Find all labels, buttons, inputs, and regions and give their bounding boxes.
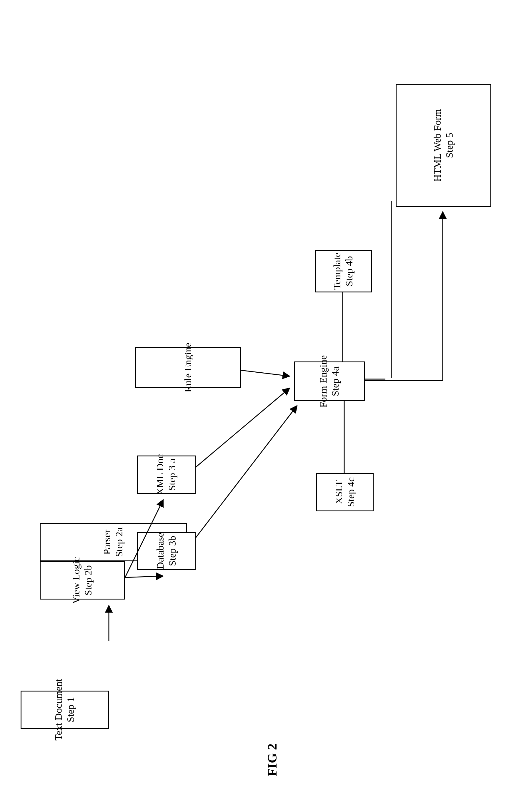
node-html-web-form: HTML Web Form Step 5: [396, 84, 491, 207]
node-database: Database Step 3b: [137, 532, 196, 570]
figure-label: FIG 2: [265, 743, 280, 776]
node-rule-engine: Rule Engine: [135, 347, 241, 388]
node-label: XML Doc: [154, 454, 165, 495]
node-label: XSLT: [333, 480, 344, 504]
edge-formengine-to-htmlwebform: [365, 212, 443, 380]
node-step: Step 2a: [114, 527, 124, 557]
node-xslt: XSLT Step 4c: [316, 473, 374, 511]
node-step: Step 3 a: [167, 459, 177, 491]
edge-xmldoc-to-formengine: [196, 388, 290, 467]
node-label: Template: [332, 252, 343, 289]
edge-viewlogic-to-database: [125, 576, 163, 578]
node-label: View Logic: [71, 557, 82, 604]
node-form-engine: Form Engine Step 4a: [294, 362, 365, 401]
node-label: Rule Engine: [183, 343, 194, 392]
node-label: HTML Web Form: [432, 109, 443, 182]
node-label: Form Engine: [318, 355, 329, 407]
node-xml-doc: XML Doc Step 3 a: [137, 455, 196, 494]
node-step: Step 4c: [345, 477, 356, 507]
node-label: Database: [154, 533, 165, 569]
node-template: Template Step 4b: [315, 250, 372, 292]
node-step: Step 3b: [167, 536, 177, 566]
edge-database-to-formengine: [196, 406, 297, 538]
node-label: Text Document: [53, 679, 64, 741]
node-step: Step 4a: [330, 366, 341, 396]
diagram-canvas: Text Document Step 1 Parser Step 2a View…: [0, 0, 531, 812]
edge-ruleengine-to-formengine: [241, 370, 290, 376]
node-step: Step 1: [65, 697, 76, 722]
node-step: Step 5: [444, 133, 455, 158]
node-step: Step 4b: [344, 256, 354, 286]
svg-line-2: [365, 215, 441, 380]
node-text-document: Text Document Step 1: [20, 691, 109, 729]
node-view-logic: View Logic Step 2b: [40, 561, 125, 599]
node-step: Step 2b: [83, 565, 94, 596]
node-label: Parser: [101, 530, 112, 555]
